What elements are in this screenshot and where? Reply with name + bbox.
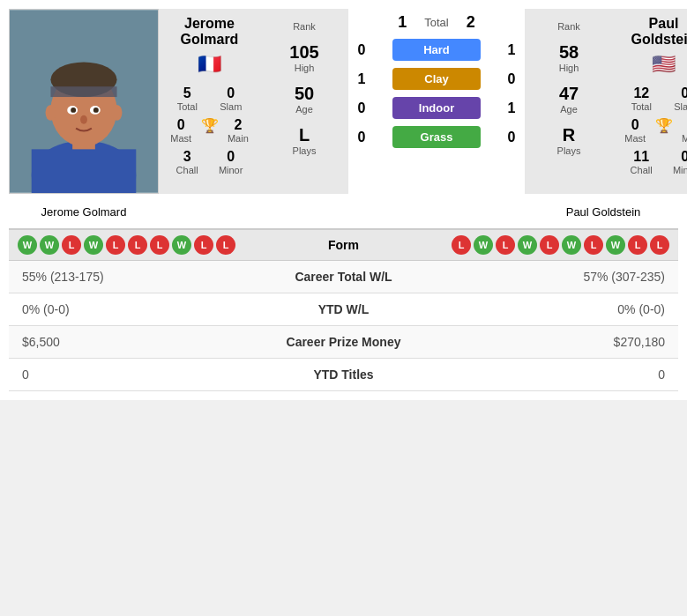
left-mast-stat: 0 Mast [170,117,191,144]
form-badge-right: L [452,235,471,255]
right-player-name: Paul Goldstein [620,16,687,48]
indoor-button[interactable]: Indoor [392,97,481,119]
prize-label: Career Prize Money [212,326,476,359]
right-stat-row-2: 0 Mast 🏆 0 Main [620,117,687,144]
right-stat-row-1: 12 Total 0 Slam [620,85,687,112]
right-rank-stat: Rank [557,21,580,32]
form-label: Form [302,238,385,252]
left-minor-stat: 0 Minor [219,149,243,175]
career-total-left: 55% (213-175) [9,261,212,293]
form-badge-right: W [562,235,581,255]
left-player-info: Jerome Golmard 🇫🇷 5 Total 0 Slam 0 Mast [159,9,260,194]
form-badge-left: L [62,235,81,255]
form-badge-left: W [40,235,59,255]
left-player-name-under: Jerome Golmard [9,203,159,221]
right-player-name-under: Paul Goldstein [528,203,678,221]
right-player-flag: 🇺🇸 [652,53,676,76]
form-badge-right: L [628,235,647,255]
left-total-stat: 5 Total [177,85,198,112]
form-badge-left: W [172,235,191,255]
form-badge-right: L [584,235,603,255]
left-stat-row-2: 0 Mast 🏆 2 Main [166,117,253,144]
right-main-stat: 0 Main [682,117,687,144]
center-panel: 1 Total 2 0 Hard 1 1 Clay 0 0 Indoor [348,9,525,194]
career-total-label: Career Total W/L [212,261,476,293]
right-chall-stat: 11 Chall [631,149,653,175]
form-badge-right: W [606,235,625,255]
ytd-titles-row: 0 YTD Titles 0 [9,359,678,391]
form-badge-left: L [150,235,169,255]
left-rank-stat: Rank [293,21,316,32]
left-trophy-icon: 🏆 [201,117,219,144]
form-badge-left: L [194,235,213,255]
left-player-flag: 🇫🇷 [198,53,221,76]
left-player-name: Jerome Golmard [166,16,253,48]
ytd-wl-row: 0% (0-0) YTD W/L 0% (0-0) [9,293,678,326]
ytd-wl-right: 0% (0-0) [475,293,678,326]
left-age-stat: 50 Age [295,84,314,115]
form-badge-right: L [496,235,515,255]
svg-rect-6 [50,86,116,97]
main-container: Jerome Golmard 🇫🇷 5 Total 0 Slam 0 Mast [0,0,687,400]
prize-left: $6,500 [9,326,212,359]
left-form-badges: WWLWLLLWLL [18,235,302,255]
svg-point-13 [112,105,123,121]
form-badge-left: L [106,235,125,255]
form-badge-left: W [84,235,103,255]
form-badge-left: L [128,235,147,255]
right-form-badges: LWLWLWLWLL [385,235,669,255]
left-middle-stats: Rank 105 High 50 Age L Plays [260,9,348,194]
left-high-stat: 105 High [289,42,318,73]
right-high-stat: 58 High [559,42,579,73]
left-plays-stat: L Plays [293,125,317,156]
form-badge-right: W [474,235,493,255]
form-badge-right: L [540,235,559,255]
left-slam-stat: 0 Slam [220,85,242,112]
surface-rows: 0 Hard 1 1 Clay 0 0 Indoor 1 0 Grass [353,39,520,148]
clay-button[interactable]: Clay [392,68,481,90]
svg-point-12 [46,105,56,121]
right-stat-row-3: 11 Chall 0 Minor [620,149,687,175]
svg-point-10 [93,108,99,113]
ytd-titles-right: 0 [475,359,678,391]
career-total-right: 57% (307-235) [475,261,678,293]
right-middle-stats: Rank 58 High 47 Age R Plays [525,9,613,194]
ytd-titles-left: 0 [9,359,212,391]
hard-button[interactable]: Hard [392,39,481,61]
prize-right: $270,180 [475,326,678,359]
right-age-stat: 47 Age [559,84,579,115]
right-player-info: Paul Goldstein 🇺🇸 12 Total 0 Slam 0 Mast [613,9,687,194]
left-chall-stat: 3 Chall [176,149,198,175]
form-section: WWLWLLLWLL Form LWLWLWLWLL [9,228,678,261]
total-row: 1 Total 2 [398,13,475,32]
stats-table: 55% (213-175) Career Total W/L 57% (307-… [9,261,678,391]
grass-button[interactable]: Grass [392,126,481,148]
grass-row: 0 Grass 0 [353,126,520,148]
indoor-row: 0 Indoor 1 [353,97,520,119]
form-badge-right: L [650,235,669,255]
left-stat-row-1: 5 Total 0 Slam [166,85,253,112]
right-total-stat: 12 Total [631,85,652,112]
form-badge-left: W [18,235,37,255]
left-stat-row-3: 3 Chall 0 Minor [166,149,253,175]
left-main-stat: 2 Main [228,117,249,144]
ytd-wl-left: 0% (0-0) [9,293,212,326]
ytd-titles-label: YTD Titles [212,359,476,391]
svg-point-11 [80,115,87,124]
right-slam-stat: 0 Slam [674,85,687,112]
form-badge-left: L [216,235,235,255]
right-minor-stat: 0 Minor [673,149,687,175]
form-badge-right: W [518,235,537,255]
right-trophy-icon: 🏆 [655,117,673,144]
prize-row: $6,500 Career Prize Money $270,180 [9,326,678,359]
ytd-wl-label: YTD W/L [212,293,476,326]
hard-row: 0 Hard 1 [353,39,520,61]
left-player-photo [9,9,159,194]
right-mast-stat: 0 Mast [624,117,646,144]
svg-rect-2 [32,149,137,193]
clay-row: 1 Clay 0 [353,68,520,90]
top-section: Jerome Golmard 🇫🇷 5 Total 0 Slam 0 Mast [9,9,678,194]
player-names-row: Jerome Golmard Paul Goldstein [9,203,678,221]
right-plays-stat: R Plays [557,125,581,156]
career-total-row: 55% (213-175) Career Total W/L 57% (307-… [9,261,678,293]
